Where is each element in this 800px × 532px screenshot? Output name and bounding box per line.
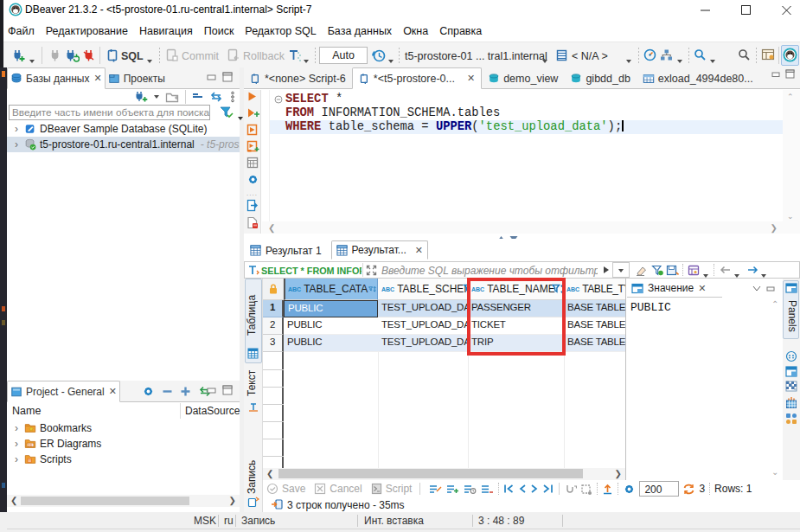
- svg-text:DD: DD: [28, 443, 33, 447]
